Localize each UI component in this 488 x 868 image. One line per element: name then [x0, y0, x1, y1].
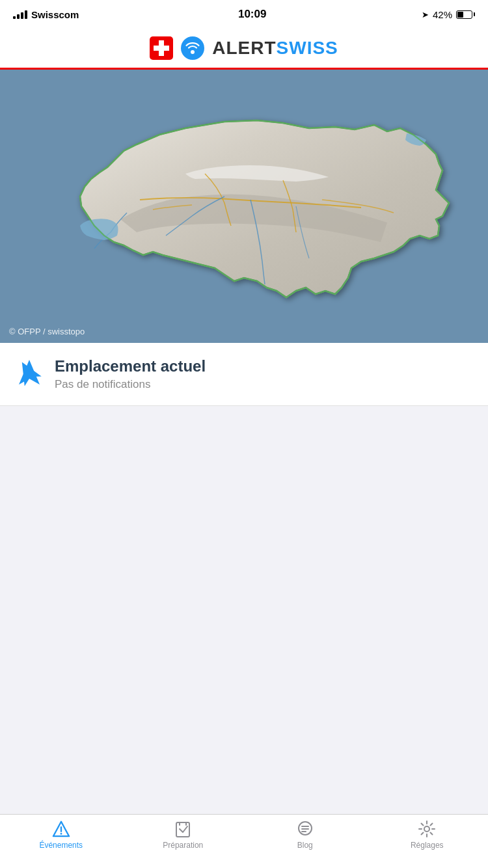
- events-icon: [52, 820, 70, 838]
- content-area: [0, 406, 488, 666]
- svg-rect-2: [154, 46, 169, 51]
- tab-preparation-label: Préparation: [163, 841, 203, 850]
- current-location-icon: [16, 359, 43, 388]
- alertswiss-logo-icon: [181, 36, 204, 60]
- tab-bar: Événements Préparation Blog: [0, 814, 488, 868]
- carrier-name: Swisscom: [31, 9, 79, 20]
- app-title: ALERT SWISS: [212, 38, 338, 59]
- location-info: Emplacement actuel Pas de notifications: [55, 357, 206, 391]
- status-left: Swisscom: [13, 9, 83, 20]
- tab-preparation[interactable]: Préparation: [122, 820, 245, 850]
- tab-settings-label: Réglages: [411, 841, 444, 850]
- app-header: ALERT SWISS: [0, 29, 488, 70]
- status-bar: Swisscom 10:09 ➤ 42%: [0, 0, 488, 29]
- preparation-icon: [174, 820, 192, 838]
- status-right: ➤ 42%: [422, 9, 475, 20]
- svg-point-6: [60, 833, 62, 835]
- tab-events[interactable]: Événements: [0, 820, 122, 850]
- tab-settings[interactable]: Réglages: [366, 820, 489, 850]
- svg-point-3: [181, 36, 204, 60]
- svg-point-12: [424, 826, 429, 832]
- tab-blog[interactable]: Blog: [244, 820, 366, 850]
- app-title-alert: ALERT: [212, 38, 276, 59]
- location-title: Emplacement actuel: [55, 357, 206, 375]
- blog-icon: [296, 820, 314, 838]
- status-time: 10:09: [238, 8, 266, 21]
- svg-point-4: [191, 50, 195, 54]
- location-subtitle: Pas de notifications: [55, 378, 206, 391]
- location-section: Emplacement actuel Pas de notifications: [0, 343, 488, 406]
- signal-strength-icon: [13, 10, 27, 19]
- location-status-icon: ➤: [422, 10, 429, 20]
- swiss-cross-icon: [150, 36, 173, 60]
- svg-rect-7: [176, 822, 189, 837]
- map-copyright: © OFPP / swisstopo: [9, 327, 85, 336]
- battery-percent: 42%: [433, 9, 452, 20]
- battery-icon: [456, 10, 475, 19]
- tab-blog-label: Blog: [297, 841, 313, 850]
- switzerland-map: [23, 96, 465, 317]
- settings-icon: [418, 820, 436, 838]
- app-title-swiss: SWISS: [277, 38, 338, 59]
- map-section[interactable]: © OFPP / swisstopo: [0, 70, 488, 343]
- tab-events-label: Événements: [39, 841, 83, 850]
